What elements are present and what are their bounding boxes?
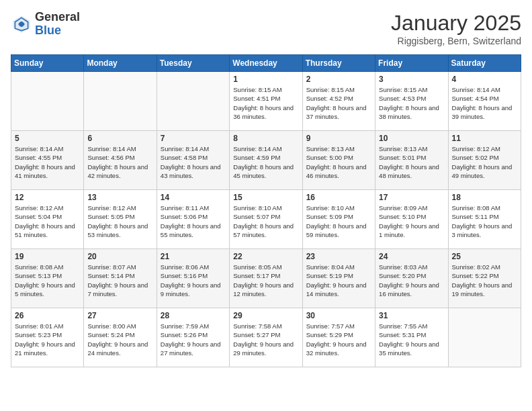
calendar-day-cell: 8Sunrise: 8:14 AM Sunset: 4:59 PM Daylig… (230, 131, 302, 190)
calendar-day-cell (157, 72, 229, 131)
day-detail: Sunrise: 8:06 AM Sunset: 5:16 PM Dayligh… (161, 263, 226, 298)
calendar-week-row: 5Sunrise: 8:14 AM Sunset: 4:55 PM Daylig… (11, 131, 521, 190)
day-detail: Sunrise: 8:02 AM Sunset: 5:22 PM Dayligh… (452, 263, 517, 298)
calendar-day-cell: 29Sunrise: 7:58 AM Sunset: 5:27 PM Dayli… (230, 308, 302, 367)
day-detail: Sunrise: 8:08 AM Sunset: 5:11 PM Dayligh… (452, 203, 517, 239)
day-detail: Sunrise: 8:08 AM Sunset: 5:13 PM Dayligh… (15, 263, 80, 298)
weekday-header: Wednesday (230, 55, 302, 72)
calendar-week-row: 19Sunrise: 8:08 AM Sunset: 5:13 PM Dayli… (11, 249, 521, 308)
day-number: 18 (452, 193, 517, 202)
day-number: 15 (233, 193, 298, 202)
calendar-day-cell: 18Sunrise: 8:08 AM Sunset: 5:11 PM Dayli… (448, 190, 521, 249)
day-number: 27 (87, 311, 152, 320)
weekday-header: Sunday (11, 55, 84, 72)
day-number: 31 (379, 311, 444, 320)
calendar-day-cell (84, 72, 157, 131)
day-number: 11 (452, 134, 517, 143)
day-number: 12 (15, 193, 80, 202)
calendar-day-cell: 7Sunrise: 8:14 AM Sunset: 4:58 PM Daylig… (157, 131, 229, 190)
weekday-header: Monday (84, 55, 157, 72)
day-number: 20 (87, 252, 152, 261)
calendar-day-cell: 2Sunrise: 8:15 AM Sunset: 4:52 PM Daylig… (302, 72, 375, 131)
day-number: 16 (306, 193, 371, 202)
calendar-day-cell: 23Sunrise: 8:04 AM Sunset: 5:19 PM Dayli… (302, 249, 375, 308)
day-number: 30 (306, 311, 371, 320)
day-detail: Sunrise: 8:09 AM Sunset: 5:10 PM Dayligh… (379, 203, 444, 239)
calendar-day-cell: 27Sunrise: 8:00 AM Sunset: 5:24 PM Dayli… (84, 308, 157, 367)
calendar-day-cell: 25Sunrise: 8:02 AM Sunset: 5:22 PM Dayli… (448, 249, 521, 308)
day-number: 8 (233, 134, 298, 143)
day-number: 13 (87, 193, 152, 202)
day-detail: Sunrise: 7:57 AM Sunset: 5:29 PM Dayligh… (306, 322, 371, 357)
page-header: General Blue January 2025 Riggisberg, Be… (11, 11, 521, 46)
calendar-day-cell: 1Sunrise: 8:15 AM Sunset: 4:51 PM Daylig… (230, 72, 302, 131)
day-detail: Sunrise: 8:01 AM Sunset: 5:23 PM Dayligh… (15, 322, 80, 357)
day-detail: Sunrise: 7:59 AM Sunset: 5:26 PM Dayligh… (161, 322, 226, 357)
day-number: 4 (452, 75, 517, 84)
calendar-day-cell: 21Sunrise: 8:06 AM Sunset: 5:16 PM Dayli… (157, 249, 229, 308)
calendar-day-cell: 16Sunrise: 8:10 AM Sunset: 5:09 PM Dayli… (302, 190, 375, 249)
calendar-day-cell: 4Sunrise: 8:14 AM Sunset: 4:54 PM Daylig… (448, 72, 521, 131)
logo: General Blue (11, 11, 80, 38)
calendar-day-cell: 31Sunrise: 7:55 AM Sunset: 5:31 PM Dayli… (375, 308, 448, 367)
day-detail: Sunrise: 8:12 AM Sunset: 5:04 PM Dayligh… (15, 203, 80, 239)
day-detail: Sunrise: 8:14 AM Sunset: 4:58 PM Dayligh… (161, 144, 226, 180)
weekday-header: Tuesday (157, 55, 229, 72)
calendar-title: January 2025 (391, 11, 521, 36)
day-detail: Sunrise: 8:05 AM Sunset: 5:17 PM Dayligh… (233, 263, 298, 298)
calendar-day-cell: 26Sunrise: 8:01 AM Sunset: 5:23 PM Dayli… (11, 308, 84, 367)
calendar-day-cell: 3Sunrise: 8:15 AM Sunset: 4:53 PM Daylig… (375, 72, 448, 131)
day-detail: Sunrise: 7:55 AM Sunset: 5:31 PM Dayligh… (379, 322, 444, 357)
day-detail: Sunrise: 8:15 AM Sunset: 4:53 PM Dayligh… (379, 85, 444, 121)
day-number: 7 (161, 134, 226, 143)
day-detail: Sunrise: 8:15 AM Sunset: 4:52 PM Dayligh… (306, 85, 371, 121)
day-number: 21 (161, 252, 226, 261)
day-detail: Sunrise: 8:14 AM Sunset: 4:54 PM Dayligh… (452, 85, 517, 121)
day-detail: Sunrise: 8:13 AM Sunset: 5:00 PM Dayligh… (306, 144, 371, 180)
day-number: 3 (379, 75, 444, 84)
calendar-day-cell: 28Sunrise: 7:59 AM Sunset: 5:26 PM Dayli… (157, 308, 229, 367)
day-detail: Sunrise: 8:11 AM Sunset: 5:06 PM Dayligh… (161, 203, 226, 239)
day-detail: Sunrise: 8:00 AM Sunset: 5:24 PM Dayligh… (87, 322, 152, 357)
calendar-week-row: 26Sunrise: 8:01 AM Sunset: 5:23 PM Dayli… (11, 308, 521, 367)
calendar-day-cell: 22Sunrise: 8:05 AM Sunset: 5:17 PM Dayli… (230, 249, 302, 308)
calendar-day-cell: 24Sunrise: 8:03 AM Sunset: 5:20 PM Dayli… (375, 249, 448, 308)
day-detail: Sunrise: 7:58 AM Sunset: 5:27 PM Dayligh… (233, 322, 298, 357)
calendar-week-row: 12Sunrise: 8:12 AM Sunset: 5:04 PM Dayli… (11, 190, 521, 249)
day-number: 5 (15, 134, 80, 143)
day-detail: Sunrise: 8:14 AM Sunset: 4:56 PM Dayligh… (87, 144, 152, 180)
calendar-day-cell (448, 308, 521, 367)
calendar-day-cell: 5Sunrise: 8:14 AM Sunset: 4:55 PM Daylig… (11, 131, 84, 190)
day-detail: Sunrise: 8:10 AM Sunset: 5:07 PM Dayligh… (233, 203, 298, 239)
weekday-header-row: SundayMondayTuesdayWednesdayThursdayFrid… (11, 55, 521, 72)
day-number: 6 (87, 134, 152, 143)
logo-general: General (35, 11, 80, 24)
logo-icon (11, 13, 32, 35)
day-number: 14 (161, 193, 226, 202)
logo-text: General Blue (35, 11, 80, 38)
calendar-day-cell: 10Sunrise: 8:13 AM Sunset: 5:01 PM Dayli… (375, 131, 448, 190)
weekday-header: Saturday (448, 55, 521, 72)
day-number: 29 (233, 311, 298, 320)
calendar-table: SundayMondayTuesdayWednesdayThursdayFrid… (11, 54, 521, 367)
day-number: 2 (306, 75, 371, 84)
day-number: 17 (379, 193, 444, 202)
day-number: 24 (379, 252, 444, 261)
day-number: 26 (15, 311, 80, 320)
calendar-day-cell: 30Sunrise: 7:57 AM Sunset: 5:29 PM Dayli… (302, 308, 375, 367)
weekday-header: Thursday (302, 55, 375, 72)
day-number: 1 (233, 75, 298, 84)
calendar-day-cell: 15Sunrise: 8:10 AM Sunset: 5:07 PM Dayli… (230, 190, 302, 249)
title-area: January 2025 Riggisberg, Bern, Switzerla… (391, 11, 521, 46)
calendar-day-cell: 12Sunrise: 8:12 AM Sunset: 5:04 PM Dayli… (11, 190, 84, 249)
calendar-day-cell: 9Sunrise: 8:13 AM Sunset: 5:00 PM Daylig… (302, 131, 375, 190)
calendar-day-cell: 20Sunrise: 8:07 AM Sunset: 5:14 PM Dayli… (84, 249, 157, 308)
day-number: 19 (15, 252, 80, 261)
calendar-day-cell: 17Sunrise: 8:09 AM Sunset: 5:10 PM Dayli… (375, 190, 448, 249)
day-detail: Sunrise: 8:13 AM Sunset: 5:01 PM Dayligh… (379, 144, 444, 180)
day-detail: Sunrise: 8:15 AM Sunset: 4:51 PM Dayligh… (233, 85, 298, 121)
calendar-day-cell: 14Sunrise: 8:11 AM Sunset: 5:06 PM Dayli… (157, 190, 229, 249)
logo-blue: Blue (35, 24, 80, 38)
day-detail: Sunrise: 8:10 AM Sunset: 5:09 PM Dayligh… (306, 203, 371, 239)
day-number: 10 (379, 134, 444, 143)
